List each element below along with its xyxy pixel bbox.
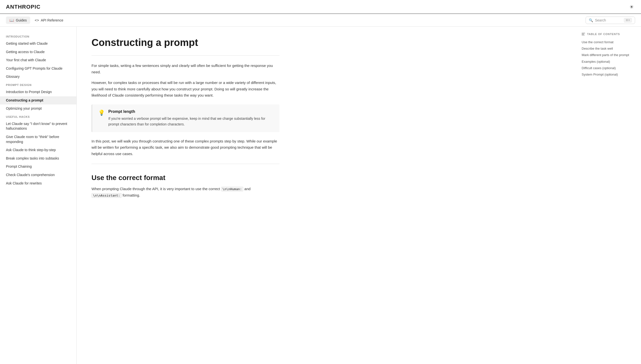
nav-left: 📖 Guides <> API Reference xyxy=(6,16,67,24)
sidebar-item[interactable]: Optimizing your prompt xyxy=(0,104,76,113)
section1-text-prefix: When prompting Claude through the API, i… xyxy=(92,187,220,191)
intro-paragraph-3: In this post, we will walk you through c… xyxy=(92,138,279,157)
callout-box: 💡 Prompt length If you're worried a verb… xyxy=(92,104,279,132)
guides-icon: 📖 xyxy=(10,18,14,22)
toc-item[interactable]: Use the correct format xyxy=(582,39,636,46)
section1-text-suffix: formatting. xyxy=(123,193,140,197)
guides-label: Guides xyxy=(16,18,27,22)
sidebar-item[interactable]: Your first chat with Claude xyxy=(0,56,76,64)
header: ANTHROPIC ☀ xyxy=(0,0,641,14)
page-title: Constructing a prompt xyxy=(92,36,279,48)
api-reference-tab[interactable]: <> API Reference xyxy=(31,16,67,24)
section1-paragraph: When prompting Claude through the API, i… xyxy=(92,186,279,198)
section1-code2: \n\nAssistant: xyxy=(92,193,122,198)
sidebar-item[interactable]: Prompt Chaining xyxy=(0,162,76,171)
sidebar-item[interactable]: Let Claude say "I don't know" to prevent… xyxy=(0,120,76,133)
intro-paragraph-1: For simple tasks, writing a few sentence… xyxy=(92,62,279,75)
search-shortcut: ⌘K xyxy=(624,18,632,22)
layout: INTRODUCTIONGetting started with ClaudeG… xyxy=(0,27,641,212)
sidebar-item[interactable]: Ask Claude for rewrites xyxy=(0,179,76,188)
api-reference-icon: <> xyxy=(35,18,39,22)
search-box[interactable]: 🔍 Search ⌘K xyxy=(586,16,635,24)
callout-icon: 💡 xyxy=(98,110,105,127)
callout-text: If you're worried a verbose prompt will … xyxy=(108,116,274,127)
section1-text-mid: and xyxy=(244,187,251,191)
sidebar-item[interactable]: Getting access to Claude xyxy=(0,48,76,56)
toc-item[interactable]: Describe the task well xyxy=(582,46,636,52)
sidebar-section-title: PROMPT DESIGN xyxy=(0,81,76,88)
sidebar-item[interactable]: Ask Claude to think step-by-step xyxy=(0,146,76,154)
sidebar-item[interactable]: Check Claude's comprehension xyxy=(0,171,76,179)
sidebar-item[interactable]: Break complex tasks into subtasks xyxy=(0,154,76,163)
section1-code1: \n\nHuman: xyxy=(221,187,243,192)
sidebar-item[interactable]: Getting started with Claude xyxy=(0,40,76,48)
sidebar-item[interactable]: Constructing a prompt xyxy=(0,96,76,105)
theme-toggle-icon[interactable]: ☀ xyxy=(628,4,635,10)
sidebar-section-title: INTRODUCTION xyxy=(0,32,76,40)
search-placeholder: Search xyxy=(595,18,606,22)
search-icon: 🔍 xyxy=(589,18,593,22)
api-reference-label: API Reference xyxy=(41,18,63,22)
callout-content: Prompt length If you're worried a verbos… xyxy=(108,110,274,127)
section1-heading: Use the correct format xyxy=(92,174,279,182)
table-of-contents: TABLE OF CONTENTS Use the correct format… xyxy=(577,27,641,84)
guides-tab[interactable]: 📖 Guides xyxy=(6,16,30,24)
toc-header: TABLE OF CONTENTS xyxy=(582,32,636,36)
toc-item[interactable]: Examples (optional) xyxy=(582,58,636,65)
navbar: 📖 Guides <> API Reference 🔍 Search ⌘K xyxy=(0,14,641,27)
toc-lines-icon xyxy=(582,33,585,35)
sidebar-item[interactable]: Glossary xyxy=(0,72,76,81)
toc-item[interactable]: Difficult cases (optional) xyxy=(582,65,636,71)
toc-items: Use the correct formatDescribe the task … xyxy=(582,39,636,78)
section-divider xyxy=(92,164,279,164)
main-content: Constructing a prompt For simple tasks, … xyxy=(77,27,373,212)
content-area: Constructing a prompt For simple tasks, … xyxy=(92,36,279,198)
header-right: ☀ xyxy=(628,4,635,10)
sidebar: INTRODUCTIONGetting started with ClaudeG… xyxy=(0,27,77,212)
callout-title: Prompt length xyxy=(108,110,274,114)
intro-paragraph-2: However, for complex tasks or processes … xyxy=(92,80,279,98)
sidebar-item[interactable]: Introduction to Prompt Design xyxy=(0,88,76,96)
toc-item[interactable]: System Prompt (optional) xyxy=(582,71,636,78)
title-divider xyxy=(92,55,279,56)
sidebar-item[interactable]: Give Claude room to "think" before respo… xyxy=(0,133,76,146)
sidebar-item[interactable]: Configuring GPT Prompts for Claude xyxy=(0,64,76,73)
toc-item[interactable]: Mark different parts of the prompt xyxy=(582,52,636,58)
toc-title: TABLE OF CONTENTS xyxy=(587,32,620,36)
logo: ANTHROPIC xyxy=(6,4,41,10)
sidebar-section-title: USEFUL HACKS xyxy=(0,113,76,120)
